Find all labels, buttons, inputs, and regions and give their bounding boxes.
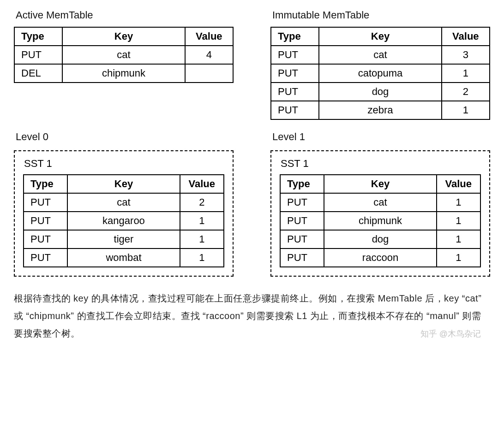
cell-value: 4 bbox=[185, 46, 233, 64]
cell-type: PUT bbox=[271, 64, 319, 83]
col-value: Value bbox=[180, 175, 224, 193]
table-row: PUT cat 4 bbox=[14, 46, 233, 64]
cell-value: 1 bbox=[442, 101, 490, 119]
cell-type: DEL bbox=[14, 64, 62, 83]
cell-value: 3 bbox=[442, 46, 490, 64]
cell-value: 1 bbox=[180, 230, 224, 248]
cell-value: 1 bbox=[180, 212, 224, 230]
col-type: Type bbox=[14, 27, 62, 46]
active-memtable-block: Active MemTable Type Key Value PUT cat 4… bbox=[14, 9, 234, 120]
active-memtable-table: Type Key Value PUT cat 4 DEL chipmunk bbox=[14, 27, 234, 83]
table-header-row: Type Key Value bbox=[271, 27, 490, 46]
explanation-text: 根据待查找的 key 的具体情况，查找过程可能在上面任意步骤提前终止。例如，在搜… bbox=[14, 290, 490, 342]
table-row: PUT catopuma 1 bbox=[271, 64, 490, 83]
level0-table: Type Key Value PUT cat 2 PUT kangaroo 1 bbox=[23, 174, 224, 267]
cell-type: PUT bbox=[280, 212, 324, 230]
table-row: PUT kangaroo 1 bbox=[24, 212, 224, 230]
table-row: PUT raccoon 1 bbox=[280, 248, 480, 267]
cell-key: cat bbox=[67, 193, 180, 212]
col-value: Value bbox=[185, 27, 233, 46]
cell-type: PUT bbox=[24, 193, 67, 212]
table-row: PUT chipmunk 1 bbox=[280, 212, 480, 230]
cell-key: zebra bbox=[319, 101, 441, 119]
level1-sst-box: SST 1 Type Key Value PUT cat 1 bbox=[270, 150, 490, 277]
table-row: PUT wombat 1 bbox=[24, 248, 224, 267]
table-row: PUT cat 3 bbox=[271, 46, 490, 64]
cell-type: PUT bbox=[280, 193, 324, 212]
cell-type: PUT bbox=[24, 248, 67, 267]
cell-key: raccoon bbox=[324, 248, 436, 267]
table-row: PUT dog 2 bbox=[271, 83, 490, 101]
table-header-row: Type Key Value bbox=[280, 175, 480, 193]
cell-value: 1 bbox=[437, 230, 480, 248]
cell-key: wombat bbox=[67, 248, 180, 267]
cell-key: cat bbox=[319, 46, 441, 64]
cell-type: PUT bbox=[24, 212, 67, 230]
table-row: PUT cat 2 bbox=[24, 193, 224, 212]
level1-block: Level 1 SST 1 Type Key Value PUT cat 1 bbox=[270, 131, 490, 277]
cell-key: chipmunk bbox=[324, 212, 436, 230]
cell-key: tiger bbox=[67, 230, 180, 248]
cell-value: 1 bbox=[437, 212, 480, 230]
cell-value: 1 bbox=[442, 64, 490, 83]
cell-key: catopuma bbox=[319, 64, 441, 83]
col-key: Key bbox=[324, 175, 436, 193]
immutable-memtable-title: Immutable MemTable bbox=[272, 9, 490, 21]
col-type: Type bbox=[280, 175, 324, 193]
cell-type: PUT bbox=[24, 230, 67, 248]
cell-key: cat bbox=[62, 46, 185, 64]
cell-value: 1 bbox=[437, 193, 480, 212]
table-row: PUT tiger 1 bbox=[24, 230, 224, 248]
active-memtable-title: Active MemTable bbox=[16, 9, 234, 21]
col-type: Type bbox=[24, 175, 67, 193]
col-value: Value bbox=[442, 27, 490, 46]
level1-title: Level 1 bbox=[272, 131, 490, 143]
cell-key: dog bbox=[319, 83, 441, 101]
col-type: Type bbox=[271, 27, 319, 46]
cell-type: PUT bbox=[280, 248, 324, 267]
table-row: DEL chipmunk bbox=[14, 64, 233, 83]
cell-value: 2 bbox=[442, 83, 490, 101]
col-key: Key bbox=[62, 27, 185, 46]
immutable-memtable-block: Immutable MemTable Type Key Value PUT ca… bbox=[270, 9, 490, 120]
level1-table: Type Key Value PUT cat 1 PUT chipmunk 1 bbox=[280, 174, 481, 267]
table-header-row: Type Key Value bbox=[14, 27, 233, 46]
col-key: Key bbox=[319, 27, 441, 46]
cell-value bbox=[185, 64, 233, 83]
cell-key: dog bbox=[324, 230, 436, 248]
col-value: Value bbox=[437, 175, 480, 193]
cell-value: 2 bbox=[180, 193, 224, 212]
cell-key: chipmunk bbox=[62, 64, 185, 83]
table-header-row: Type Key Value bbox=[24, 175, 224, 193]
cell-value: 1 bbox=[437, 248, 480, 267]
cell-value: 1 bbox=[180, 248, 224, 267]
immutable-memtable-table: Type Key Value PUT cat 3 PUT catopuma 1 … bbox=[270, 27, 490, 120]
level0-sst-label: SST 1 bbox=[24, 158, 224, 170]
cell-type: PUT bbox=[271, 46, 319, 64]
table-row: PUT dog 1 bbox=[280, 230, 480, 248]
cell-type: PUT bbox=[14, 46, 62, 64]
cell-type: PUT bbox=[280, 230, 324, 248]
cell-key: cat bbox=[324, 193, 436, 212]
level1-sst-label: SST 1 bbox=[281, 158, 481, 170]
cell-type: PUT bbox=[271, 83, 319, 101]
level0-title: Level 0 bbox=[16, 131, 234, 143]
cell-key: kangaroo bbox=[67, 212, 180, 230]
col-key: Key bbox=[67, 175, 180, 193]
table-row: PUT cat 1 bbox=[280, 193, 480, 212]
table-row: PUT zebra 1 bbox=[271, 101, 490, 119]
level0-sst-box: SST 1 Type Key Value PUT cat 2 bbox=[14, 150, 234, 277]
level0-block: Level 0 SST 1 Type Key Value PUT cat 2 bbox=[14, 131, 234, 277]
cell-type: PUT bbox=[271, 101, 319, 119]
